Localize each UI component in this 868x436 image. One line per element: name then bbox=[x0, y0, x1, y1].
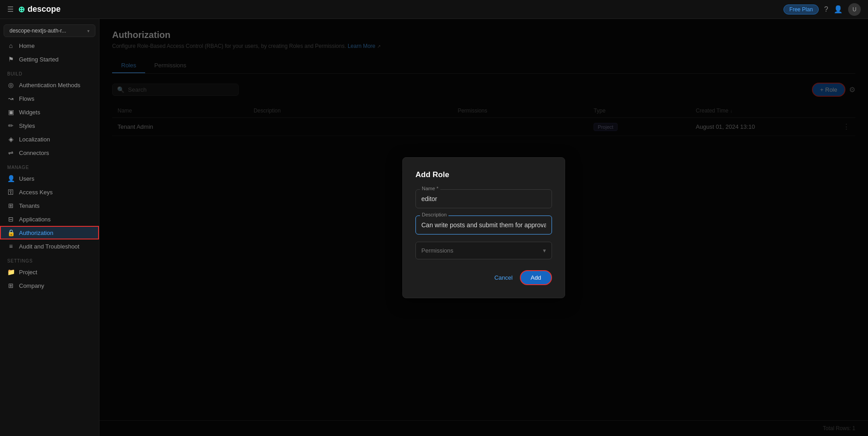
topbar: ☰ ⊕ descope Free Plan ? 👤 U bbox=[0, 0, 868, 19]
sidebar-item-audit-and-troubleshoot[interactable]: ≡ Audit and Troubleshoot bbox=[0, 239, 99, 253]
help-icon[interactable]: ? bbox=[824, 5, 828, 14]
topbar-right: Free Plan ? 👤 U bbox=[783, 3, 861, 16]
audit-icon: ≡ bbox=[7, 243, 14, 250]
sidebar-item-label: Applications bbox=[19, 216, 51, 223]
company-icon: ⊞ bbox=[7, 282, 14, 289]
logo: ⊕ descope bbox=[18, 5, 61, 14]
build-section-label: Build bbox=[0, 66, 99, 78]
tenants-icon: ⊞ bbox=[7, 202, 14, 209]
project-selector[interactable]: descope-nextjs-auth-r... ▾ bbox=[4, 24, 95, 37]
free-plan-button[interactable]: Free Plan bbox=[783, 5, 819, 14]
sidebar: descope-nextjs-auth-r... ▾ ⌂ Home ⚑ Gett… bbox=[0, 19, 99, 436]
sidebar-item-applications[interactable]: ⊟ Applications bbox=[0, 212, 99, 226]
user-icon[interactable]: 👤 bbox=[834, 5, 843, 14]
content-area: Authorization Configure Role-Based Acces… bbox=[99, 19, 868, 436]
sidebar-item-label: Users bbox=[19, 175, 34, 182]
sidebar-item-label: Connectors bbox=[19, 150, 49, 156]
sidebar-item-label: Home bbox=[19, 42, 35, 49]
modal-title: Add Role bbox=[415, 170, 552, 179]
sidebar-item-connectors[interactable]: ⇌ Connectors bbox=[0, 146, 99, 159]
modal-actions: Cancel Add bbox=[415, 270, 552, 285]
sidebar-item-authentication-methods[interactable]: ◎ Authentication Methods bbox=[0, 78, 99, 92]
users-icon: 👤 bbox=[7, 175, 14, 182]
add-button[interactable]: Add bbox=[520, 270, 552, 285]
sidebar-item-localization[interactable]: ◈ Localization bbox=[0, 132, 99, 146]
settings-section-label: Settings bbox=[0, 253, 99, 265]
description-input[interactable] bbox=[415, 216, 552, 234]
sidebar-item-label: Company bbox=[19, 282, 44, 289]
styles-icon: ✏ bbox=[7, 122, 14, 129]
sidebar-item-company[interactable]: ⊞ Company bbox=[0, 279, 99, 292]
add-role-modal: Add Role Name * Description Permissions … bbox=[402, 157, 565, 298]
applications-icon: ⊟ bbox=[7, 216, 14, 223]
sidebar-item-label: Getting Started bbox=[19, 56, 58, 63]
localization-icon: ◈ bbox=[7, 136, 14, 143]
name-field-group: Name * bbox=[415, 189, 552, 208]
sidebar-item-tenants[interactable]: ⊞ Tenants bbox=[0, 199, 99, 212]
hamburger-icon[interactable]: ☰ bbox=[7, 5, 14, 14]
sidebar-item-label: Audit and Troubleshoot bbox=[19, 243, 80, 250]
sidebar-item-widgets[interactable]: ▣ Widgets bbox=[0, 105, 99, 119]
manage-section-label: Manage bbox=[0, 159, 99, 172]
authorization-icon: 🔒 bbox=[7, 229, 14, 236]
sidebar-item-label: Access Keys bbox=[19, 189, 52, 196]
permissions-field-group: Permissions ▾ bbox=[415, 242, 552, 259]
description-field-group: Description bbox=[415, 216, 552, 234]
permissions-placeholder: Permissions bbox=[421, 247, 453, 254]
sidebar-item-label: Authorization bbox=[19, 230, 53, 236]
project-icon: 📁 bbox=[7, 268, 14, 276]
project-selector-label: descope-nextjs-auth-r... bbox=[9, 28, 66, 34]
description-label: Description bbox=[420, 212, 448, 217]
sidebar-item-label: Localization bbox=[19, 136, 50, 143]
sidebar-item-label: Widgets bbox=[19, 109, 40, 116]
logo-icon: ⊕ bbox=[18, 5, 25, 14]
sidebar-item-project[interactable]: 📁 Project bbox=[0, 265, 99, 279]
chevron-down-icon: ▾ bbox=[87, 28, 90, 33]
name-input[interactable] bbox=[415, 189, 552, 208]
sidebar-item-label: Flows bbox=[19, 95, 34, 102]
access-keys-icon: ⚿ bbox=[7, 188, 14, 196]
cancel-button[interactable]: Cancel bbox=[494, 274, 512, 281]
sidebar-item-styles[interactable]: ✏ Styles bbox=[0, 119, 99, 132]
avatar[interactable]: U bbox=[848, 3, 861, 16]
name-label: Name * bbox=[420, 186, 440, 191]
sidebar-item-label: Tenants bbox=[19, 202, 40, 209]
flag-icon: ⚑ bbox=[7, 56, 14, 63]
sidebar-item-label: Project bbox=[19, 269, 37, 276]
chevron-down-icon: ▾ bbox=[543, 247, 546, 254]
modal-overlay: Add Role Name * Description Permissions … bbox=[99, 19, 868, 436]
home-icon: ⌂ bbox=[7, 42, 14, 49]
main-layout: descope-nextjs-auth-r... ▾ ⌂ Home ⚑ Gett… bbox=[0, 19, 868, 436]
topbar-left: ☰ ⊕ descope bbox=[7, 5, 61, 14]
sidebar-item-getting-started[interactable]: ⚑ Getting Started bbox=[0, 52, 99, 66]
sidebar-item-flows[interactable]: ↝ Flows bbox=[0, 92, 99, 105]
logo-text: descope bbox=[28, 5, 61, 14]
auth-icon: ◎ bbox=[7, 81, 14, 89]
connectors-icon: ⇌ bbox=[7, 149, 14, 156]
sidebar-item-users[interactable]: 👤 Users bbox=[0, 172, 99, 185]
sidebar-item-label: Authentication Methods bbox=[19, 82, 80, 89]
sidebar-item-authorization[interactable]: 🔒 Authorization bbox=[0, 226, 99, 239]
sidebar-item-access-keys[interactable]: ⚿ Access Keys bbox=[0, 185, 99, 199]
permissions-select[interactable]: Permissions ▾ bbox=[415, 242, 552, 259]
flows-icon: ↝ bbox=[7, 95, 14, 102]
sidebar-item-home[interactable]: ⌂ Home bbox=[0, 39, 99, 52]
widgets-icon: ▣ bbox=[7, 108, 14, 116]
sidebar-item-label: Styles bbox=[19, 122, 35, 129]
